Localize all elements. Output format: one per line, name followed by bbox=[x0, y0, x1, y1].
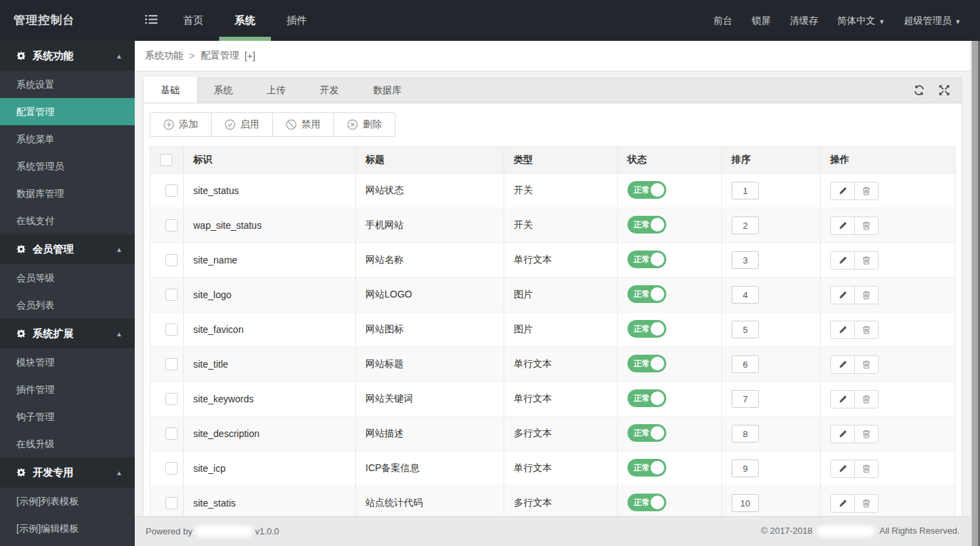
cell-type: 开关 bbox=[504, 174, 618, 208]
topbar-link-1[interactable]: 前台 bbox=[704, 0, 742, 41]
row-checkbox[interactable] bbox=[165, 393, 178, 405]
sort-input[interactable] bbox=[732, 216, 759, 234]
topbar-link-3[interactable]: 清缓存 bbox=[780, 0, 828, 41]
sidebar-item-插件管理[interactable]: 插件管理 bbox=[0, 376, 135, 403]
status-toggle[interactable]: 正常 bbox=[627, 285, 666, 303]
fullscreen-icon[interactable] bbox=[938, 84, 951, 97]
sort-input[interactable] bbox=[732, 182, 759, 199]
breadcrumb-section[interactable]: 系统功能 bbox=[145, 50, 183, 62]
delete-button[interactable] bbox=[854, 182, 879, 200]
row-checkbox[interactable] bbox=[165, 358, 178, 370]
menu-toggle-button[interactable] bbox=[135, 0, 167, 41]
delete-button[interactable] bbox=[854, 390, 879, 408]
sidebar-item-数据库管理[interactable]: 数据库管理 bbox=[0, 180, 135, 207]
column-header-操作: 操作 bbox=[821, 147, 956, 174]
sidebar-section-2[interactable]: 会员管理▲ bbox=[0, 234, 135, 264]
status-toggle[interactable]: 正常 bbox=[627, 181, 666, 199]
sidebar-section-1[interactable]: 系统功能▲ bbox=[0, 41, 135, 71]
status-toggle[interactable]: 正常 bbox=[627, 459, 666, 477]
sidebar-item-在线支付[interactable]: 在线支付 bbox=[0, 207, 135, 234]
delete-button[interactable] bbox=[854, 425, 879, 443]
sort-input[interactable] bbox=[732, 425, 759, 443]
tab-5[interactable]: 数据库 bbox=[356, 77, 419, 103]
status-toggle[interactable]: 正常 bbox=[627, 389, 666, 407]
sidebar-section-3[interactable]: 系统扩展▲ bbox=[0, 319, 135, 349]
sidebar-item-在线升级[interactable]: 在线升级 bbox=[0, 430, 135, 457]
sidebar-section-4[interactable]: 开发专用▲ bbox=[0, 457, 135, 487]
sort-input[interactable] bbox=[732, 494, 759, 512]
sidebar-item-钩子管理[interactable]: 钩子管理 bbox=[0, 403, 135, 430]
table-row: site_name网站名称单行文本正常 bbox=[150, 243, 956, 278]
topbar-nav-item-3[interactable]: 插件 bbox=[271, 0, 323, 41]
sidebar-item-配置管理[interactable]: 配置管理 bbox=[0, 98, 135, 125]
language-dropdown[interactable]: 简体中文▼ bbox=[828, 0, 894, 41]
tab-4[interactable]: 开发 bbox=[303, 77, 356, 103]
row-checkbox[interactable] bbox=[165, 462, 178, 475]
row-checkbox[interactable] bbox=[165, 219, 178, 231]
row-checkbox[interactable] bbox=[165, 254, 178, 266]
scrollbar[interactable] bbox=[970, 41, 980, 546]
添加-button[interactable]: 添加 bbox=[150, 112, 212, 137]
topbar-nav-item-2[interactable]: 系统 bbox=[219, 0, 271, 41]
tab-3[interactable]: 上传 bbox=[250, 77, 303, 103]
sort-input[interactable] bbox=[732, 251, 759, 269]
sort-input[interactable] bbox=[732, 355, 759, 373]
edit-button[interactable] bbox=[830, 216, 855, 235]
sidebar-item-会员列表[interactable]: 会员列表 bbox=[0, 291, 135, 319]
启用-button[interactable]: 启用 bbox=[211, 112, 273, 137]
delete-button[interactable] bbox=[854, 286, 879, 304]
tab-1[interactable]: 基础 bbox=[144, 77, 197, 103]
edit-button[interactable] bbox=[830, 355, 855, 374]
删除-button[interactable]: 删除 bbox=[333, 112, 395, 137]
refresh-icon[interactable] bbox=[913, 84, 926, 97]
row-checkbox[interactable] bbox=[165, 497, 178, 509]
sidebar-item-模块管理[interactable]: 模块管理 bbox=[0, 349, 135, 376]
row-checkbox[interactable] bbox=[165, 289, 178, 301]
delete-button[interactable] bbox=[854, 251, 879, 270]
delete-button[interactable] bbox=[854, 355, 879, 374]
sort-input[interactable] bbox=[732, 321, 759, 338]
sidebar-item-[示例]编辑模板[interactable]: [示例]编辑模板 bbox=[0, 515, 135, 542]
tab-2[interactable]: 系统 bbox=[197, 77, 250, 103]
禁用-button[interactable]: 禁用 bbox=[272, 112, 334, 137]
sidebar-item-[示例]列表模板[interactable]: [示例]列表模板 bbox=[0, 487, 135, 515]
topbar-nav-item-1[interactable]: 首页 bbox=[167, 0, 219, 41]
row-checkbox[interactable] bbox=[165, 323, 178, 336]
delete-button[interactable] bbox=[854, 460, 879, 478]
pencil-icon bbox=[838, 256, 847, 265]
edit-button[interactable] bbox=[830, 460, 855, 478]
sort-input[interactable] bbox=[732, 286, 759, 304]
pencil-icon bbox=[838, 221, 847, 230]
cell-sort bbox=[722, 208, 821, 243]
status-toggle[interactable]: 正常 bbox=[627, 494, 666, 511]
delete-button[interactable] bbox=[854, 494, 879, 513]
breadcrumb-page: 配置管理 bbox=[201, 50, 239, 62]
status-toggle[interactable]: 正常 bbox=[627, 424, 666, 442]
edit-button[interactable] bbox=[830, 286, 855, 304]
topbar-link-2[interactable]: 锁屏 bbox=[742, 0, 780, 41]
open-new-tab-link[interactable]: [+] bbox=[244, 50, 255, 61]
edit-button[interactable] bbox=[830, 251, 855, 270]
sidebar-item-系统管理员[interactable]: 系统管理员 bbox=[0, 152, 135, 180]
row-checkbox[interactable] bbox=[165, 428, 178, 440]
delete-button[interactable] bbox=[854, 321, 879, 339]
delete-button[interactable] bbox=[854, 216, 879, 235]
status-toggle[interactable]: 正常 bbox=[627, 216, 666, 234]
user-dropdown[interactable]: 超级管理员▼ bbox=[894, 0, 970, 41]
sidebar-item-会员等级[interactable]: 会员等级 bbox=[0, 264, 135, 291]
edit-button[interactable] bbox=[830, 425, 855, 443]
edit-button[interactable] bbox=[830, 390, 855, 408]
sort-input[interactable] bbox=[732, 460, 759, 477]
row-checkbox[interactable] bbox=[165, 184, 178, 197]
sidebar-item-系统设置[interactable]: 系统设置 bbox=[0, 71, 135, 98]
action-button-group bbox=[830, 286, 879, 304]
status-toggle[interactable]: 正常 bbox=[627, 320, 666, 338]
edit-button[interactable] bbox=[830, 494, 855, 513]
edit-button[interactable] bbox=[830, 182, 855, 200]
edit-button[interactable] bbox=[830, 321, 855, 339]
status-toggle[interactable]: 正常 bbox=[627, 251, 666, 268]
sort-input[interactable] bbox=[732, 390, 759, 408]
sidebar-item-系统菜单[interactable]: 系统菜单 bbox=[0, 125, 135, 152]
status-toggle[interactable]: 正常 bbox=[627, 355, 666, 372]
select-all-checkbox[interactable] bbox=[160, 154, 172, 166]
